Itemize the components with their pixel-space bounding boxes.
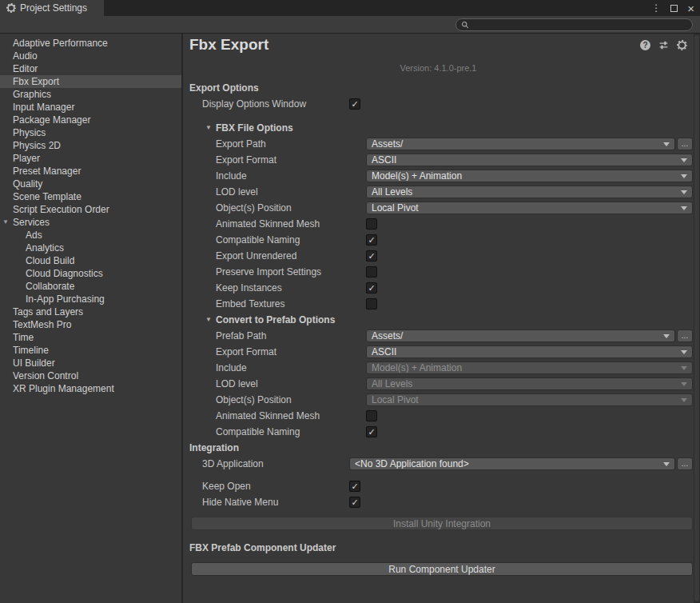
check-icon: ✓ bbox=[351, 100, 358, 109]
sidebar-item-collaborate[interactable]: Collaborate bbox=[0, 280, 181, 293]
sidebar-item-analytics[interactable]: Analytics bbox=[0, 242, 181, 254]
setting-label: Export Format bbox=[216, 346, 276, 357]
sidebar-item-physics[interactable]: Physics bbox=[0, 126, 181, 139]
sidebar-item-tags-and-layers[interactable]: Tags and Layers bbox=[0, 305, 181, 318]
sidebar-item-label: Quality bbox=[13, 178, 42, 190]
sidebar-item-fbx-export[interactable]: Fbx Export bbox=[0, 75, 181, 88]
keep-open-checkbox[interactable]: ✓ bbox=[349, 481, 360, 492]
window-menu-icon[interactable]: ⋮ bbox=[651, 3, 661, 13]
setting-label: Compatible Naming bbox=[216, 426, 300, 437]
check-icon: ✓ bbox=[351, 482, 358, 491]
search-box[interactable] bbox=[455, 18, 693, 31]
compatible-naming-checkbox[interactable]: ✓ bbox=[366, 234, 377, 246]
row-compatible-naming: Compatible Naming✓ bbox=[183, 232, 694, 248]
setting-label: Embed Textures bbox=[216, 298, 285, 309]
close-icon[interactable]: × bbox=[687, 2, 694, 14]
maximize-icon[interactable] bbox=[670, 5, 678, 12]
row-compatible-naming: Compatible Naming✓ bbox=[183, 424, 694, 440]
sidebar-item-ui-builder[interactable]: UI Builder bbox=[0, 357, 181, 369]
keep-instances-checkbox[interactable]: ✓ bbox=[366, 282, 377, 294]
project-settings-tab[interactable]: Project Settings bbox=[0, 0, 104, 16]
foldout-label: FBX File Options bbox=[216, 122, 293, 134]
animated-skinned-mesh-checkbox[interactable] bbox=[366, 218, 377, 230]
row-fbx-file-options[interactable]: ▼FBX File Options bbox=[183, 120, 694, 136]
sidebar-item-label: Ads bbox=[26, 230, 42, 241]
sidebar-item-scene-template[interactable]: Scene Template bbox=[0, 190, 181, 203]
sidebar-item-input-manager[interactable]: Input Manager bbox=[0, 101, 181, 114]
sidebar-item-textmesh-pro[interactable]: TextMesh Pro bbox=[0, 318, 181, 331]
sidebar-item-xr-plugin-management[interactable]: XR Plugin Management bbox=[0, 382, 181, 395]
sidebar-item-ads[interactable]: Ads bbox=[0, 229, 181, 242]
sidebar-item-in-app-purchasing[interactable]: In-App Purchasing bbox=[0, 293, 181, 305]
row-object-s-position: Object(s) PositionLocal Pivot bbox=[183, 200, 694, 216]
object-s-position-dropdown[interactable]: Local Pivot bbox=[366, 202, 693, 214]
sidebar-item-label: Analytics bbox=[26, 242, 64, 254]
sidebar-item-label: XR Plugin Management bbox=[13, 383, 114, 394]
sidebar-item-script-execution-order[interactable]: Script Execution Order bbox=[0, 203, 181, 216]
sidebar-item-label: Tags and Layers bbox=[13, 306, 83, 317]
sidebar-item-label: Audio bbox=[13, 50, 38, 62]
row-keep-open: Keep Open✓ bbox=[183, 478, 694, 494]
search-input[interactable] bbox=[472, 20, 687, 30]
foldout-arrow-icon[interactable]: ▼ bbox=[2, 219, 9, 226]
row-fbx-prefab-component-updater: FBX Prefab Component Updater bbox=[183, 540, 694, 556]
foldout-arrow-icon[interactable]: ▼ bbox=[205, 317, 212, 323]
setting-label: Prefab Path bbox=[216, 330, 266, 341]
window-controls: ⋮ × bbox=[651, 0, 694, 16]
foldout-arrow-icon[interactable]: ▼ bbox=[205, 125, 212, 131]
setting-label: Display Options Window bbox=[202, 98, 306, 110]
row-convert-to-prefab-options[interactable]: ▼Convert to Prefab Options bbox=[183, 312, 694, 328]
sidebar-item-adaptive-performance[interactable]: Adaptive Performance bbox=[0, 37, 181, 50]
title-bar: Project Settings ⋮ × bbox=[0, 0, 700, 16]
check-icon: ✓ bbox=[368, 284, 375, 293]
spacer bbox=[183, 112, 694, 120]
export-unrendered-checkbox[interactable]: ✓ bbox=[366, 250, 377, 262]
dropdown-value: All Levels bbox=[372, 187, 678, 197]
prefab-path-dropdown[interactable]: Assets/ bbox=[366, 329, 675, 342]
toolbar bbox=[0, 16, 700, 34]
scrollbar-thumb[interactable] bbox=[694, 35, 699, 601]
prefab-path-browse-button[interactable]: ... bbox=[677, 329, 693, 342]
gear-icon[interactable] bbox=[677, 40, 687, 50]
sidebar-item-physics-2d[interactable]: Physics 2D bbox=[0, 139, 181, 152]
vertical-scrollbar[interactable] bbox=[694, 34, 700, 603]
dropdown-value: ASCII bbox=[372, 347, 678, 357]
export-format-dropdown[interactable]: ASCII bbox=[366, 154, 693, 166]
lod-level-dropdown[interactable]: All Levels bbox=[366, 186, 693, 198]
sidebar-item-cloud-build[interactable]: Cloud Build bbox=[0, 254, 181, 267]
export-format-dropdown[interactable]: ASCII bbox=[366, 345, 693, 358]
sidebar-item-time[interactable]: Time bbox=[0, 331, 181, 344]
sidebar-item-preset-manager[interactable]: Preset Manager bbox=[0, 165, 181, 178]
sidebar-item-services[interactable]: ▼Services bbox=[0, 216, 181, 229]
export-path-dropdown[interactable]: Assets/ bbox=[366, 138, 675, 150]
3d-application-dropdown[interactable]: <No 3D Application found> bbox=[349, 457, 675, 470]
help-icon[interactable]: ? bbox=[640, 40, 650, 50]
sidebar-item-version-control[interactable]: Version Control bbox=[0, 369, 181, 382]
sidebar-item-label: Physics 2D bbox=[13, 140, 61, 151]
section-header: Export Options bbox=[189, 82, 259, 94]
sidebar-item-quality[interactable]: Quality bbox=[0, 178, 181, 190]
sidebar-item-cloud-diagnostics[interactable]: Cloud Diagnostics bbox=[0, 267, 181, 280]
dropdown-value: ASCII bbox=[372, 155, 678, 165]
sidebar-item-timeline[interactable]: Timeline bbox=[0, 344, 181, 357]
sidebar-item-audio[interactable]: Audio bbox=[0, 50, 181, 62]
row-export-format: Export FormatASCII bbox=[183, 344, 694, 360]
section-header: Integration bbox=[189, 442, 239, 453]
hide-native-menu-checkbox[interactable]: ✓ bbox=[349, 497, 360, 508]
display-options-window-checkbox[interactable]: ✓ bbox=[349, 98, 360, 110]
sidebar-item-player[interactable]: Player bbox=[0, 152, 181, 165]
3d-application-browse-button[interactable]: ... bbox=[677, 457, 693, 470]
sidebar-item-editor[interactable]: Editor bbox=[0, 62, 181, 75]
animated-skinned-mesh-checkbox[interactable] bbox=[366, 410, 377, 421]
run-component-updater-button[interactable]: Run Component Updater bbox=[191, 562, 693, 576]
sidebar-item-package-manager[interactable]: Package Manager bbox=[0, 114, 181, 126]
export-path-browse-button[interactable]: ... bbox=[677, 138, 693, 150]
compatible-naming-checkbox[interactable]: ✓ bbox=[366, 426, 377, 437]
preserve-import-settings-checkbox[interactable] bbox=[366, 266, 377, 278]
sidebar-item-graphics[interactable]: Graphics bbox=[0, 88, 181, 101]
include-dropdown[interactable]: Model(s) + Animation bbox=[366, 170, 693, 182]
embed-textures-checkbox[interactable] bbox=[366, 298, 377, 309]
presets-icon[interactable] bbox=[658, 40, 669, 50]
dropdown-value: Assets/ bbox=[372, 331, 660, 341]
version-label: Version: 4.1.0-pre.1 bbox=[183, 63, 694, 73]
